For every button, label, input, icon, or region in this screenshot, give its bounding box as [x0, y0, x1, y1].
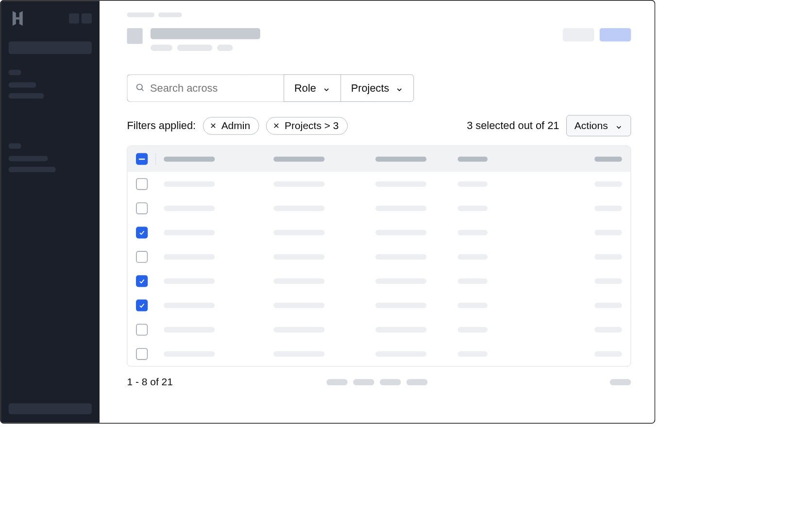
column-header[interactable]	[458, 156, 488, 161]
page-header-actions	[563, 28, 631, 41]
sidebar-org-selector[interactable]	[9, 42, 92, 54]
pager-button[interactable]	[406, 379, 428, 385]
chevron-down-icon	[322, 84, 330, 92]
page-title-block	[151, 28, 555, 51]
cell	[273, 303, 324, 308]
cell	[458, 206, 488, 211]
filter-chip-label: Admin	[221, 120, 250, 132]
cell	[273, 181, 324, 187]
column-header[interactable]	[273, 156, 324, 161]
app-frame: Role Projects Filters applied: Admin Pro…	[0, 0, 655, 424]
breadcrumb-item[interactable]	[127, 13, 154, 17]
sidebar	[1, 1, 100, 423]
row-checkbox[interactable]	[136, 275, 148, 287]
filter-chip-label: Projects > 3	[285, 120, 338, 132]
cell	[594, 303, 622, 308]
cell	[164, 254, 215, 260]
cell	[164, 230, 215, 235]
applied-filters-row: Filters applied: Admin Projects > 3 3 se…	[127, 115, 631, 136]
cell	[458, 254, 488, 260]
row-checkbox[interactable]	[136, 251, 148, 262]
page-title	[151, 28, 260, 39]
actions-label: Actions	[575, 120, 608, 132]
page-icon	[127, 28, 142, 44]
pager-next[interactable]	[610, 379, 631, 385]
projects-filter-dropdown[interactable]: Projects	[340, 74, 414, 101]
page-meta	[151, 45, 172, 51]
sidebar-item[interactable]	[9, 93, 44, 98]
pager-controls	[326, 379, 427, 385]
sidebar-top-tab[interactable]	[69, 13, 79, 23]
sidebar-item[interactable]	[9, 82, 36, 87]
filter-chip-admin[interactable]: Admin	[203, 117, 259, 134]
page-header	[127, 28, 631, 51]
search-box[interactable]	[127, 74, 284, 101]
table-row	[127, 293, 630, 317]
table-footer: 1 - 8 of 21	[127, 376, 631, 388]
cell	[164, 279, 215, 284]
cell	[375, 206, 426, 211]
page-meta	[177, 45, 213, 51]
sidebar-section-label	[9, 70, 21, 75]
data-table	[127, 146, 631, 366]
cell	[594, 181, 622, 187]
row-checkbox[interactable]	[136, 299, 148, 311]
cell	[458, 279, 488, 284]
close-icon	[273, 120, 280, 132]
sidebar-section	[9, 143, 92, 178]
pager-button[interactable]	[326, 379, 348, 385]
cell	[458, 351, 488, 357]
cell	[594, 351, 622, 357]
hashicorp-logo-icon	[9, 9, 27, 27]
role-filter-dropdown[interactable]: Role	[284, 74, 340, 101]
pager-button[interactable]	[380, 379, 401, 385]
cell	[594, 230, 622, 235]
sidebar-top-tab[interactable]	[82, 13, 92, 23]
primary-button[interactable]	[600, 28, 631, 41]
selection-count: 3 selected out of 21	[467, 120, 559, 132]
actions-dropdown[interactable]: Actions	[566, 115, 631, 136]
close-icon	[209, 120, 217, 132]
pager-button[interactable]	[353, 379, 374, 385]
row-checkbox[interactable]	[136, 348, 148, 360]
cell	[164, 181, 215, 187]
cell	[273, 230, 324, 235]
table-row	[127, 220, 630, 245]
dropdown-label: Projects	[351, 82, 389, 94]
sidebar-item[interactable]	[9, 167, 56, 172]
sidebar-section	[9, 70, 92, 104]
header-divider	[155, 153, 156, 165]
breadcrumb-item[interactable]	[158, 13, 182, 17]
cell	[458, 303, 488, 308]
svg-point-0	[137, 84, 142, 90]
pager-range: 1 - 8 of 21	[127, 376, 172, 388]
filter-chip-projects[interactable]: Projects > 3	[266, 117, 348, 134]
page-meta	[217, 45, 233, 51]
cell	[273, 254, 324, 260]
sidebar-logo-row	[9, 9, 92, 27]
cell	[164, 206, 215, 211]
select-all-checkbox[interactable]	[136, 153, 148, 165]
search-input[interactable]	[150, 82, 276, 94]
chevron-down-icon	[395, 84, 403, 92]
cell	[273, 327, 324, 332]
cell	[458, 181, 488, 187]
row-checkbox[interactable]	[136, 227, 148, 238]
column-header[interactable]	[375, 156, 426, 161]
column-header[interactable]	[164, 156, 215, 161]
applied-filters-label: Filters applied:	[127, 120, 196, 132]
sidebar-top-tabs	[69, 13, 92, 23]
sidebar-footer-item[interactable]	[9, 403, 92, 414]
main-content: Role Projects Filters applied: Admin Pro…	[100, 1, 655, 423]
table-row	[127, 196, 630, 220]
row-checkbox[interactable]	[136, 202, 148, 214]
row-checkbox[interactable]	[136, 178, 148, 190]
row-checkbox[interactable]	[136, 324, 148, 335]
chevron-down-icon	[615, 122, 623, 130]
secondary-button[interactable]	[563, 28, 594, 41]
table-header	[127, 146, 630, 172]
column-header[interactable]	[594, 156, 622, 161]
sidebar-item[interactable]	[9, 156, 48, 161]
cell	[273, 206, 324, 211]
search-icon	[135, 82, 144, 94]
